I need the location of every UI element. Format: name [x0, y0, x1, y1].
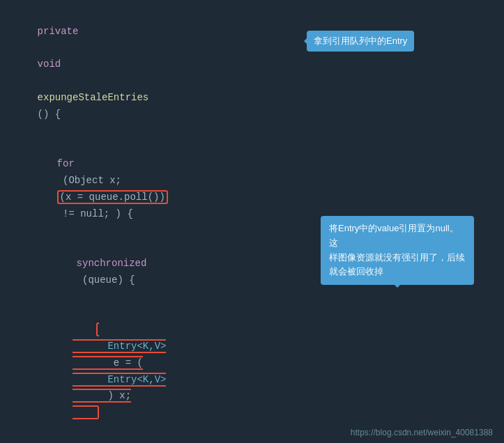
- code-line-5: int i = indexOf(e.hash, table.length);: [14, 438, 490, 443]
- watermark: https://blog.csdn.net/weixin_40081388: [351, 428, 493, 437]
- code-line-4: Entry<K,V> e = ( Entry<K,V> ) x;: [14, 305, 490, 437]
- tooltip-entry-label: 拿到引用队列中的Entry: [307, 31, 414, 52]
- code-line-1: private void expungeStaleEntries () {: [14, 7, 490, 139]
- tooltip-gc-label: 将Entry中的value引用置为null。这 样图像资源就没有强引用了，后续 …: [321, 216, 474, 285]
- highlight-entry-cast: Entry<K,V> e = ( Entry<K,V> ) x;: [72, 322, 166, 419]
- highlight-poll: (x = queue.poll()): [57, 190, 168, 204]
